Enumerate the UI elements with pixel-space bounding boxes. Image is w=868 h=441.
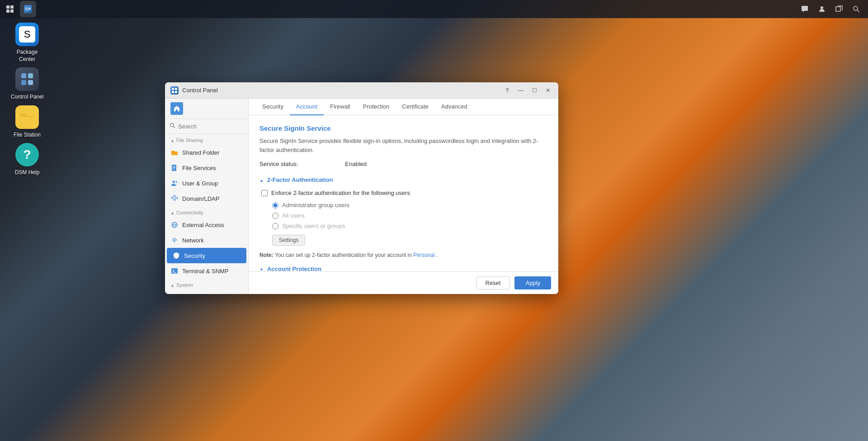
tab-account[interactable]: Account	[290, 99, 324, 115]
tab-security[interactable]: Security	[256, 99, 290, 115]
taskbar-window-btn[interactable]	[831, 1, 847, 17]
sidebar-home	[165, 99, 248, 119]
sidebar-label-domain-ldap: Domain/LDAP	[182, 195, 219, 202]
tab-protection[interactable]: Protection	[357, 99, 396, 115]
svg-point-25	[175, 181, 177, 183]
personal-link[interactable]: Personal	[413, 252, 434, 258]
svg-rect-11	[28, 80, 33, 85]
sidebar-item-domain-ldap[interactable]: Domain/LDAP	[165, 191, 248, 206]
taskbar-grid-btn[interactable]	[2, 1, 18, 17]
sidebar-item-file-services[interactable]: File Services	[165, 160, 248, 175]
taskbar-left: CP	[0, 1, 36, 17]
radio-admin-group[interactable]: Administrator group users	[272, 202, 547, 209]
sidebar-section-file-sharing: File Sharing	[165, 134, 248, 145]
chevron-up-icon	[170, 138, 175, 143]
reset-button[interactable]: Reset	[476, 276, 510, 289]
radio-admin-label: Administrator group users	[282, 202, 349, 209]
maximize-button[interactable]: ☐	[529, 85, 539, 95]
tab-advanced[interactable]: Advanced	[435, 99, 474, 115]
sidebar-item-external-access[interactable]: External Access	[165, 217, 248, 232]
svg-rect-26	[171, 197, 173, 199]
radio-group-users: Administrator group users All users Spec…	[272, 202, 547, 229]
window-body: File Sharing Shared Folder	[165, 99, 558, 294]
search-input[interactable]	[178, 123, 249, 130]
network-icon	[170, 236, 179, 244]
file-services-icon	[170, 164, 179, 172]
service-status-row: Service status: Enabled	[259, 161, 547, 167]
window-footer: Reset Apply	[249, 271, 558, 294]
package-center-icon: S	[15, 23, 39, 46]
radio-specific-users-input[interactable]	[272, 223, 278, 229]
dsm-help-icon: ?	[15, 143, 39, 166]
section-connectivity-label: Connectivity	[176, 210, 203, 215]
sidebar-item-user-group[interactable]: User & Group	[165, 175, 248, 191]
radio-admin-input[interactable]	[272, 202, 278, 209]
sidebar-section-system: System	[165, 279, 248, 289]
svg-point-18	[170, 123, 174, 127]
svg-point-6	[854, 6, 858, 10]
account-protection-header[interactable]: Account Protection	[259, 266, 547, 271]
enforce-2fa-checkbox[interactable]	[261, 190, 268, 196]
tab-certificate[interactable]: Certificate	[396, 99, 435, 115]
settings-button[interactable]: Settings	[272, 235, 305, 246]
sidebar-label-file-services: File Services	[182, 165, 216, 171]
minimize-button[interactable]: —	[516, 85, 526, 95]
terminal-snmp-icon	[170, 267, 179, 275]
note-text: Note: You can set up 2-factor authentica…	[259, 252, 547, 258]
taskbar-search-btn[interactable]	[848, 1, 864, 17]
help-button[interactable]: ?	[502, 85, 512, 95]
two-factor-title: 2-Factor Authentication	[267, 176, 333, 183]
account-protection-title: Account Protection	[267, 266, 321, 271]
radio-specific-users[interactable]: Specific users or groups	[272, 223, 547, 229]
taskbar-user-btn[interactable]	[814, 1, 830, 17]
sidebar-search-bar[interactable]	[165, 119, 248, 134]
sidebar-item-security[interactable]: Security	[167, 248, 246, 263]
taskbar-right	[797, 1, 868, 17]
radio-all-users-input[interactable]	[272, 213, 278, 219]
svg-rect-15	[175, 88, 177, 90]
svg-rect-23	[173, 169, 175, 169]
svg-point-24	[173, 181, 175, 183]
enforce-2fa-label: Enforce 2-factor authentication for the …	[271, 190, 410, 196]
desktop-icons: S Package Center Control Panel File Stat…	[9, 23, 45, 176]
svg-rect-27	[174, 195, 175, 197]
svg-rect-8	[21, 73, 26, 78]
main-content: Security Account Firewall Protection Cer…	[249, 99, 558, 294]
system-partial-item	[165, 289, 248, 294]
tab-firewall[interactable]: Firewall	[324, 99, 357, 115]
svg-rect-22	[173, 167, 175, 168]
sidebar-item-network[interactable]: Network	[165, 232, 248, 248]
taskbar-app-btn[interactable]: CP	[20, 1, 36, 17]
desktop-icon-control-panel[interactable]: Control Panel	[9, 67, 45, 101]
apply-button[interactable]: Apply	[514, 276, 551, 289]
two-factor-header[interactable]: 2-Factor Authentication	[259, 176, 547, 183]
svg-line-19	[174, 127, 175, 128]
sidebar: File Sharing Shared Folder	[165, 99, 249, 294]
close-button[interactable]: ✕	[543, 85, 553, 95]
radio-all-users[interactable]: All users	[272, 212, 547, 219]
sidebar-item-shared-folder[interactable]: Shared Folder	[165, 145, 248, 160]
control-panel-window: Control Panel ? — ☐ ✕	[165, 82, 558, 294]
search-icon	[170, 123, 175, 130]
section-desc: Secure SignIn Service provides flexible …	[259, 137, 547, 154]
desktop-icon-file-station[interactable]: File Station	[9, 105, 45, 139]
enforce-2fa-row: Enforce 2-factor authentication for the …	[261, 190, 547, 196]
svg-rect-16	[172, 91, 174, 93]
taskbar-chat-btn[interactable]	[797, 1, 813, 17]
svg-rect-1	[10, 5, 14, 9]
svg-rect-10	[21, 80, 26, 85]
svg-line-7	[857, 10, 859, 12]
desktop-icon-dsm-help[interactable]: ? DSM Help	[9, 143, 45, 176]
svg-rect-29	[176, 197, 178, 199]
sidebar-item-terminal-snmp[interactable]: Terminal & SNMP	[165, 263, 248, 279]
svg-rect-2	[6, 9, 9, 13]
desktop-icon-package-center[interactable]: S Package Center	[9, 23, 45, 63]
tab-bar: Security Account Firewall Protection Cer…	[249, 99, 558, 115]
svg-rect-3	[10, 9, 14, 13]
security-icon	[172, 251, 180, 260]
note-end: .	[436, 252, 438, 258]
svg-rect-21	[173, 166, 175, 166]
section-system-label: System	[176, 282, 193, 288]
home-button[interactable]	[170, 102, 183, 115]
package-center-label: Package Center	[9, 49, 45, 63]
